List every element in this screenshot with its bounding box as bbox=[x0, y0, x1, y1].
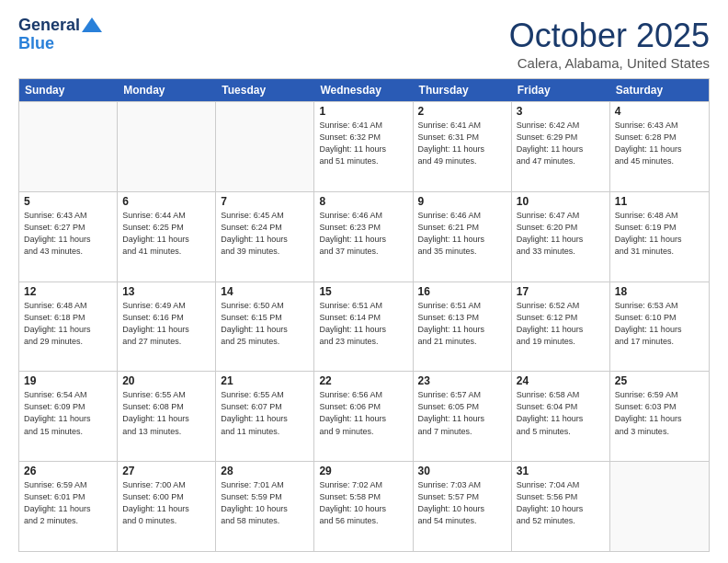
cell-info: Sunrise: 7:02 AM Sunset: 5:58 PM Dayligh… bbox=[319, 479, 407, 527]
header-day-friday: Friday bbox=[512, 79, 610, 101]
cal-cell: 28Sunrise: 7:01 AM Sunset: 5:59 PM Dayli… bbox=[216, 462, 314, 551]
day-number: 26 bbox=[24, 465, 112, 477]
cell-info: Sunrise: 6:51 AM Sunset: 6:13 PM Dayligh… bbox=[418, 300, 506, 348]
cell-info: Sunrise: 6:49 AM Sunset: 6:16 PM Dayligh… bbox=[122, 300, 210, 348]
day-number: 7 bbox=[221, 195, 309, 208]
cal-cell: 24Sunrise: 6:58 AM Sunset: 6:04 PM Dayli… bbox=[512, 372, 610, 461]
week-row-4: 19Sunrise: 6:54 AM Sunset: 6:09 PM Dayli… bbox=[19, 371, 709, 461]
day-number: 31 bbox=[517, 465, 605, 477]
day-number: 9 bbox=[418, 195, 506, 208]
day-number: 11 bbox=[615, 195, 704, 208]
day-number: 10 bbox=[517, 195, 605, 208]
cal-cell: 3Sunrise: 6:42 AM Sunset: 6:29 PM Daylig… bbox=[512, 102, 610, 191]
cell-info: Sunrise: 6:52 AM Sunset: 6:12 PM Dayligh… bbox=[517, 300, 605, 348]
day-number: 13 bbox=[122, 285, 210, 298]
day-number: 4 bbox=[615, 105, 704, 118]
day-number: 19 bbox=[24, 374, 112, 387]
header-day-tuesday: Tuesday bbox=[216, 79, 314, 101]
cal-cell: 2Sunrise: 6:41 AM Sunset: 6:31 PM Daylig… bbox=[414, 102, 512, 191]
logo-general: General bbox=[18, 17, 80, 35]
cell-info: Sunrise: 6:46 AM Sunset: 6:23 PM Dayligh… bbox=[319, 210, 407, 258]
cell-info: Sunrise: 6:48 AM Sunset: 6:19 PM Dayligh… bbox=[615, 210, 704, 258]
cal-cell: 10Sunrise: 6:47 AM Sunset: 6:20 PM Dayli… bbox=[512, 192, 610, 282]
day-number: 20 bbox=[122, 374, 210, 387]
cell-info: Sunrise: 6:47 AM Sunset: 6:20 PM Dayligh… bbox=[517, 210, 605, 258]
day-number: 16 bbox=[418, 285, 506, 298]
cell-info: Sunrise: 6:50 AM Sunset: 6:15 PM Dayligh… bbox=[221, 300, 309, 348]
cal-cell: 1Sunrise: 6:41 AM Sunset: 6:32 PM Daylig… bbox=[314, 102, 413, 191]
header-day-monday: Monday bbox=[118, 79, 216, 101]
day-number: 18 bbox=[615, 285, 704, 298]
day-number: 30 bbox=[418, 465, 506, 477]
week-row-1: 1Sunrise: 6:41 AM Sunset: 6:32 PM Daylig… bbox=[19, 101, 709, 191]
day-number: 28 bbox=[221, 465, 309, 477]
cal-cell: 29Sunrise: 7:02 AM Sunset: 5:58 PM Dayli… bbox=[314, 462, 413, 551]
cell-info: Sunrise: 7:04 AM Sunset: 5:56 PM Dayligh… bbox=[517, 479, 605, 527]
cell-info: Sunrise: 6:48 AM Sunset: 6:18 PM Dayligh… bbox=[24, 300, 112, 348]
header-day-sunday: Sunday bbox=[19, 79, 118, 101]
cell-info: Sunrise: 6:41 AM Sunset: 6:31 PM Dayligh… bbox=[418, 120, 506, 167]
cell-info: Sunrise: 6:54 AM Sunset: 6:09 PM Dayligh… bbox=[24, 389, 112, 437]
cal-cell bbox=[610, 462, 709, 551]
week-row-2: 5Sunrise: 6:43 AM Sunset: 6:27 PM Daylig… bbox=[19, 191, 709, 282]
day-number: 5 bbox=[24, 195, 112, 208]
cal-cell: 20Sunrise: 6:55 AM Sunset: 6:08 PM Dayli… bbox=[118, 372, 216, 461]
cell-info: Sunrise: 7:00 AM Sunset: 6:00 PM Dayligh… bbox=[122, 479, 210, 527]
title-block: October 2025 Calera, Alabama, United Sta… bbox=[509, 17, 710, 71]
cell-info: Sunrise: 6:51 AM Sunset: 6:14 PM Dayligh… bbox=[319, 300, 407, 348]
header-day-thursday: Thursday bbox=[414, 79, 512, 101]
cal-cell: 4Sunrise: 6:43 AM Sunset: 6:28 PM Daylig… bbox=[610, 102, 709, 191]
cell-info: Sunrise: 6:55 AM Sunset: 6:07 PM Dayligh… bbox=[221, 389, 309, 437]
cal-cell: 5Sunrise: 6:43 AM Sunset: 6:27 PM Daylig… bbox=[19, 192, 118, 282]
logo-icon bbox=[82, 17, 102, 32]
cell-info: Sunrise: 6:59 AM Sunset: 6:01 PM Dayligh… bbox=[24, 479, 112, 527]
logo-blue: Blue bbox=[18, 35, 54, 53]
cell-info: Sunrise: 6:59 AM Sunset: 6:03 PM Dayligh… bbox=[615, 389, 704, 437]
svg-marker-0 bbox=[82, 17, 102, 32]
cal-cell: 7Sunrise: 6:45 AM Sunset: 6:24 PM Daylig… bbox=[216, 192, 314, 282]
header-day-wednesday: Wednesday bbox=[314, 79, 413, 101]
calendar-header: SundayMondayTuesdayWednesdayThursdayFrid… bbox=[19, 79, 709, 101]
header: General Blue October 2025 Calera, Alabam… bbox=[18, 17, 710, 71]
cell-info: Sunrise: 6:57 AM Sunset: 6:05 PM Dayligh… bbox=[418, 389, 506, 437]
cell-info: Sunrise: 6:55 AM Sunset: 6:08 PM Dayligh… bbox=[122, 389, 210, 437]
cell-info: Sunrise: 6:56 AM Sunset: 6:06 PM Dayligh… bbox=[319, 389, 407, 437]
day-number: 1 bbox=[319, 105, 407, 118]
week-row-5: 26Sunrise: 6:59 AM Sunset: 6:01 PM Dayli… bbox=[19, 461, 709, 551]
cal-cell: 21Sunrise: 6:55 AM Sunset: 6:07 PM Dayli… bbox=[216, 372, 314, 461]
cal-cell: 16Sunrise: 6:51 AM Sunset: 6:13 PM Dayli… bbox=[414, 282, 512, 372]
cell-info: Sunrise: 6:45 AM Sunset: 6:24 PM Dayligh… bbox=[221, 210, 309, 258]
day-number: 23 bbox=[418, 374, 506, 387]
day-number: 14 bbox=[221, 285, 309, 298]
cal-cell: 11Sunrise: 6:48 AM Sunset: 6:19 PM Dayli… bbox=[610, 192, 709, 282]
cell-info: Sunrise: 6:42 AM Sunset: 6:29 PM Dayligh… bbox=[517, 120, 605, 167]
cal-cell: 15Sunrise: 6:51 AM Sunset: 6:14 PM Dayli… bbox=[314, 282, 413, 372]
cal-cell bbox=[118, 102, 216, 191]
location: Calera, Alabama, United States bbox=[509, 55, 710, 71]
day-number: 17 bbox=[517, 285, 605, 298]
cal-cell: 26Sunrise: 6:59 AM Sunset: 6:01 PM Dayli… bbox=[19, 462, 118, 551]
day-number: 25 bbox=[615, 374, 704, 387]
cell-info: Sunrise: 6:43 AM Sunset: 6:27 PM Dayligh… bbox=[24, 210, 112, 258]
calendar-body: 1Sunrise: 6:41 AM Sunset: 6:32 PM Daylig… bbox=[19, 101, 709, 551]
cal-cell: 8Sunrise: 6:46 AM Sunset: 6:23 PM Daylig… bbox=[314, 192, 413, 282]
cell-info: Sunrise: 6:58 AM Sunset: 6:04 PM Dayligh… bbox=[517, 389, 605, 437]
month-title: October 2025 bbox=[509, 17, 710, 55]
day-number: 29 bbox=[319, 465, 407, 477]
cell-info: Sunrise: 7:03 AM Sunset: 5:57 PM Dayligh… bbox=[418, 479, 506, 527]
cal-cell: 12Sunrise: 6:48 AM Sunset: 6:18 PM Dayli… bbox=[19, 282, 118, 372]
cell-info: Sunrise: 6:41 AM Sunset: 6:32 PM Dayligh… bbox=[319, 120, 407, 167]
day-number: 27 bbox=[122, 465, 210, 477]
day-number: 22 bbox=[319, 374, 407, 387]
cal-cell bbox=[216, 102, 314, 191]
calendar: SundayMondayTuesdayWednesdayThursdayFrid… bbox=[18, 78, 710, 552]
cal-cell: 31Sunrise: 7:04 AM Sunset: 5:56 PM Dayli… bbox=[512, 462, 610, 551]
day-number: 24 bbox=[517, 374, 605, 387]
cal-cell: 6Sunrise: 6:44 AM Sunset: 6:25 PM Daylig… bbox=[118, 192, 216, 282]
cal-cell: 9Sunrise: 6:46 AM Sunset: 6:21 PM Daylig… bbox=[414, 192, 512, 282]
cell-info: Sunrise: 6:44 AM Sunset: 6:25 PM Dayligh… bbox=[122, 210, 210, 258]
week-row-3: 12Sunrise: 6:48 AM Sunset: 6:18 PM Dayli… bbox=[19, 282, 709, 372]
cell-info: Sunrise: 6:43 AM Sunset: 6:28 PM Dayligh… bbox=[615, 120, 704, 167]
cal-cell: 23Sunrise: 6:57 AM Sunset: 6:05 PM Dayli… bbox=[414, 372, 512, 461]
cal-cell: 19Sunrise: 6:54 AM Sunset: 6:09 PM Dayli… bbox=[19, 372, 118, 461]
